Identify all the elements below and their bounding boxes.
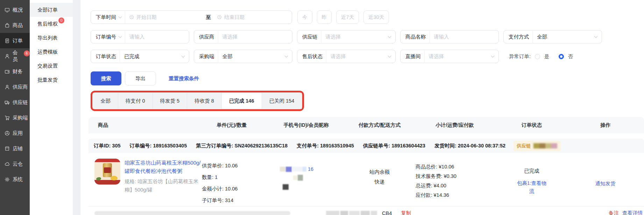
sidebar-item-label: 订单 bbox=[13, 37, 23, 44]
live-room-placeholder: 请选择 bbox=[429, 53, 444, 60]
end-date-input[interactable] bbox=[224, 14, 288, 20]
view-detail-link[interactable]: 查看详情 bbox=[622, 210, 643, 215]
chevron-down-icon bbox=[388, 54, 391, 58]
tab-completed[interactable]: 已完成 146 bbox=[222, 93, 262, 109]
date-field-select[interactable]: 下单时间 bbox=[91, 14, 125, 21]
aftersale-status-filter: 售后状态 请选择 bbox=[297, 50, 396, 63]
quick-range-7days-button[interactable]: 近7天 bbox=[336, 11, 359, 24]
pay-method-select[interactable]: 全部 bbox=[533, 34, 595, 40]
supplier-select[interactable]: 请选择 bbox=[218, 34, 292, 40]
filter-row-2: 订单编号 供应商 请选择 供应链 请选 bbox=[91, 30, 644, 43]
order-footer-actions: 备注 查看详情 bbox=[609, 210, 643, 215]
filter-row-date: 下单时间 至 今 昨 近7天 近30 bbox=[91, 11, 644, 24]
sidebar-item-label: 系统 bbox=[13, 176, 23, 183]
dashboard-icon bbox=[5, 7, 10, 13]
order-no-label: 订单编号 bbox=[96, 34, 116, 40]
cart-icon bbox=[5, 115, 10, 120]
apps-icon bbox=[5, 131, 10, 136]
submenu-item-batch-ship[interactable]: 批量发货 bbox=[30, 73, 73, 87]
tab-pending-payment[interactable]: 待支付 0 bbox=[118, 93, 153, 109]
sidebar-item-label: 商品 bbox=[13, 22, 23, 29]
tech-service-fee: 技术服务费: ¥0.30 bbox=[416, 172, 497, 181]
sidebar-item-members[interactable]: 会员 6 bbox=[0, 48, 30, 64]
clock-icon bbox=[129, 15, 134, 20]
procurement-select[interactable]: 全部 bbox=[218, 53, 285, 60]
sidebar-item-store[interactable]: 店铺 bbox=[0, 141, 30, 156]
product-info: 咱家五谷坊山药葛根玉米糊500g/罐即食代餐粉冲泡代餐粥 规格: 咱家五谷坊【山… bbox=[125, 159, 202, 206]
sub-order-number: 子订单号: 314 bbox=[202, 195, 266, 206]
sidebar-item-label: 应用 bbox=[13, 130, 23, 137]
order-status-select[interactable]: 已完成 bbox=[120, 53, 182, 60]
orders-panel: 下单时间 至 今 昨 近7天 近30 bbox=[80, 0, 644, 215]
product-spec: 规格: 咱家五谷坊【山药葛根玉米糊】500g/罐 bbox=[125, 177, 202, 194]
supply-chain-tag: 供应链 bbox=[513, 141, 561, 151]
product-name-link[interactable]: 咱家五谷坊山药葛根玉米糊500g/罐即食代餐粉冲泡代餐粥 bbox=[125, 159, 202, 175]
supply-chain-number: 供应链单号: 189163604423 bbox=[363, 143, 425, 149]
sidebar-item-finance[interactable]: 财务 bbox=[0, 64, 30, 79]
supply-chain-filter: 供应链 请选择 bbox=[297, 30, 396, 43]
sidebar-item-procurement[interactable]: 采购端 bbox=[0, 110, 30, 125]
abnormal-yes-radio[interactable] bbox=[535, 54, 540, 59]
sidebar-item-supply-chain[interactable]: 供应链 bbox=[0, 95, 30, 110]
submenu-item-all-orders[interactable]: 全部订单 bbox=[30, 3, 73, 17]
order-state: 已完成 bbox=[497, 168, 567, 174]
sidebar-item-apps[interactable]: 应用 bbox=[0, 125, 30, 141]
product-cell: 咱家五谷坊山药葛根玉米糊500g/罐即食代餐粉冲泡代餐粥 规格: 咱家五谷坊【山… bbox=[89, 159, 198, 206]
main-content: 下单时间 至 今 昨 近7天 近30 bbox=[73, 0, 644, 215]
package-logistics-link[interactable]: 包裹1:查看物流 bbox=[515, 179, 549, 195]
start-date-input[interactable] bbox=[136, 14, 200, 20]
goods-total: 商品总价: ¥10.06 bbox=[416, 162, 497, 172]
start-date-field[interactable] bbox=[125, 14, 204, 20]
abnormal-no-radio[interactable] bbox=[559, 54, 564, 59]
supply-chain-select[interactable]: 请选择 bbox=[321, 34, 389, 40]
chevron-down-icon bbox=[491, 54, 495, 58]
tab-closed[interactable]: 已关闭 154 bbox=[262, 93, 302, 109]
reset-filters-link[interactable]: 重置搜索条件 bbox=[169, 75, 199, 82]
submenu-item-aftersale[interactable]: 售后维权 0 bbox=[30, 17, 73, 31]
quick-range-yesterday-button[interactable]: 昨 bbox=[317, 11, 332, 24]
end-date-field[interactable] bbox=[213, 14, 292, 20]
order-row: 咱家五谷坊山药葛根玉米糊500g/罐即食代餐粉冲泡代餐粥 规格: 咱家五谷坊【山… bbox=[89, 153, 644, 206]
order-number: 订单编号: 189163503405 bbox=[130, 143, 187, 149]
abnormal-yes-label[interactable]: 是 bbox=[544, 53, 550, 60]
live-room-select[interactable]: 请选择 bbox=[425, 53, 492, 60]
submenu-item-freight-template[interactable]: 运费模板 bbox=[30, 45, 73, 59]
sidebar-item-label: 云仓 bbox=[13, 161, 23, 167]
submenu-item-label: 运费模板 bbox=[37, 49, 58, 55]
sidebar-item-goods[interactable]: 商品 bbox=[0, 18, 30, 33]
orders-table: 商品 单件(元)/数量 手机号(ID)/会员昵称 付款方式/配送方式 小计/运费… bbox=[89, 117, 644, 215]
aftersale-status-select[interactable]: 请选择 bbox=[326, 53, 388, 60]
quick-range-today-button[interactable]: 今 bbox=[297, 11, 312, 24]
tab-pending-shipment[interactable]: 待发货 5 bbox=[153, 93, 187, 109]
col-header-unit-qty: 单件(元)/数量 bbox=[198, 122, 266, 129]
product-name-filter: 商品名称 bbox=[400, 30, 499, 43]
clock-icon bbox=[217, 15, 222, 20]
sidebar-item-orders[interactable]: 订单 bbox=[0, 33, 30, 48]
sidebar-item-cloud-warehouse[interactable]: 云仓 bbox=[0, 156, 30, 172]
abnormal-no-label[interactable]: 否 bbox=[568, 53, 573, 60]
tab-pending-receipt[interactable]: 待收货 8 bbox=[187, 93, 222, 109]
notify-ship-link[interactable]: 通知发货 bbox=[595, 181, 616, 186]
product-bowl-graphic bbox=[111, 176, 118, 180]
submenu-item-trade-settings[interactable]: 交易设置 bbox=[30, 59, 73, 73]
sidebar-item-supplier[interactable]: 供应商 bbox=[0, 79, 30, 95]
supplier-placeholder: 请选择 bbox=[222, 34, 238, 40]
product-name-input[interactable] bbox=[434, 34, 494, 40]
export-button[interactable]: 导出 bbox=[125, 71, 156, 85]
remark-link[interactable]: 备注 bbox=[609, 210, 619, 215]
order-doc-icon bbox=[5, 38, 10, 43]
person-icon bbox=[5, 54, 10, 59]
table-header-row: 商品 单件(元)/数量 手机号(ID)/会员昵称 付款方式/配送方式 小计/运费… bbox=[89, 117, 644, 133]
sidebar-item-system[interactable]: 系统 bbox=[0, 172, 30, 187]
date-field-label: 下单时间 bbox=[96, 14, 116, 21]
shipping-total: 总运费: ¥4.00 bbox=[416, 181, 497, 190]
tab-all[interactable]: 全部 bbox=[93, 93, 118, 109]
search-button[interactable]: 搜索 bbox=[91, 71, 121, 85]
order-no-field-select[interactable]: 订单编号 bbox=[91, 34, 125, 40]
product-image[interactable] bbox=[94, 159, 120, 185]
copy-address-link[interactable]: 复制 bbox=[401, 210, 411, 215]
submenu-item-export-list[interactable]: 导出列表 bbox=[30, 31, 73, 45]
order-no-input[interactable] bbox=[129, 34, 185, 40]
quick-range-30days-button[interactable]: 近30天 bbox=[363, 11, 389, 24]
sidebar-item-overview[interactable]: 概况 bbox=[0, 2, 30, 18]
